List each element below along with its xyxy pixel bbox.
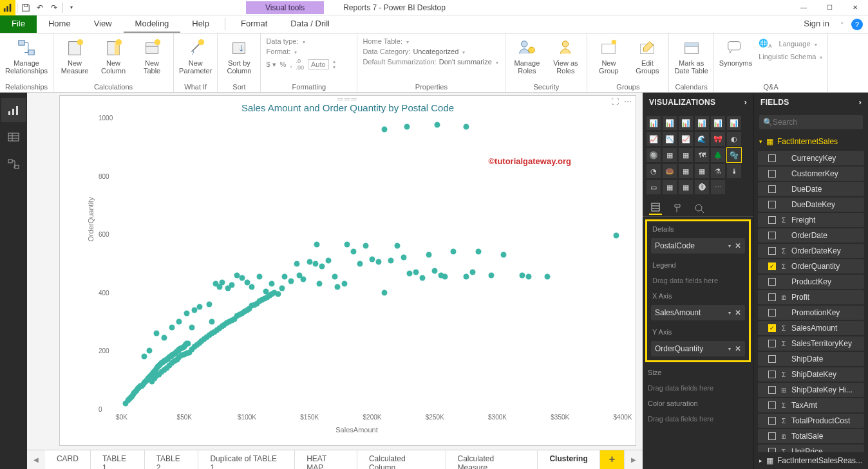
auto-decimals[interactable]: Auto [308, 59, 329, 69]
page-tab[interactable]: CARD [45, 450, 91, 469]
fields-search[interactable]: 🔍 [759, 115, 863, 129]
format-tab-icon[interactable] [671, 202, 684, 215]
data-point[interactable] [162, 335, 167, 341]
report-view-button[interactable] [1, 98, 26, 122]
scroll-left-icon[interactable]: ◀ [27, 450, 45, 469]
viz-type-icon[interactable]: ⋯ [711, 180, 725, 194]
field-row[interactable]: OrderDateKey [758, 244, 864, 258]
data-point[interactable] [279, 286, 285, 291]
data-point[interactable] [501, 252, 507, 257]
sign-in-link[interactable]: Sign in [797, 15, 836, 33]
analytics-tab-icon[interactable] [693, 202, 706, 215]
minimize-button[interactable]: — [791, 0, 816, 15]
data-point[interactable] [363, 243, 369, 249]
data-point[interactable] [332, 273, 337, 279]
data-point[interactable] [169, 325, 175, 331]
viz-type-icon[interactable]: 🍩 [663, 164, 677, 178]
data-point[interactable] [334, 284, 340, 290]
model-view-button[interactable] [1, 152, 26, 176]
viz-type-icon[interactable]: 📈 [679, 132, 693, 146]
data-point[interactable] [276, 291, 281, 297]
field-checkbox[interactable] [768, 201, 776, 208]
field-row[interactable]: ShipDate [758, 352, 864, 366]
data-point[interactable] [419, 275, 425, 281]
field-checkbox[interactable] [768, 355, 776, 363]
field-checkbox[interactable] [768, 309, 776, 317]
viz-type-icon[interactable]: ▭ [646, 180, 661, 194]
sort-by-column-button[interactable]: Sort by Column [223, 36, 255, 75]
tab-data-drill[interactable]: Data / Drill [279, 15, 341, 33]
data-point[interactable] [249, 284, 255, 290]
linguistic-schema-dropdown[interactable]: Linguistic Schema [759, 51, 822, 62]
field-row[interactable]: ⊞ShipDateKey Hi... [758, 383, 864, 397]
viz-type-icon[interactable]: 📈 [646, 132, 661, 146]
data-point[interactable] [325, 257, 331, 263]
details-field[interactable]: PostalCode▾✕ [651, 238, 745, 253]
data-point[interactable] [614, 233, 619, 239]
viz-type-icon[interactable]: ◐ [727, 132, 741, 146]
data-point[interactable] [154, 331, 160, 336]
page-tab[interactable]: Calculated Column [357, 450, 446, 469]
new-parameter-button[interactable]: ?New Parameter [179, 36, 212, 75]
remove-field-icon[interactable]: ✕ [735, 241, 741, 250]
data-point[interactable] [357, 261, 363, 266]
data-point[interactable] [382, 290, 388, 295]
percent-button[interactable]: % [280, 60, 287, 68]
scatter-visual[interactable]: ═══ ⛶ ⋯ Sales Amount and Order Quantity … [59, 95, 636, 446]
field-row[interactable]: OrderDate [758, 228, 864, 243]
data-point[interactable] [307, 259, 312, 265]
field-row[interactable]: Profit [758, 290, 864, 304]
data-type-dropdown[interactable]: Data type: [266, 36, 352, 46]
data-point[interactable] [463, 273, 469, 279]
new-measure-button[interactable]: New Measure [59, 36, 91, 75]
field-row[interactable]: ✓OrderQuantity [758, 259, 864, 273]
data-point[interactable] [375, 259, 381, 265]
data-point[interactable] [426, 252, 431, 257]
field-checkbox[interactable]: ✓ [768, 324, 776, 332]
tab-view[interactable]: View [82, 15, 124, 33]
data-point[interactable] [404, 124, 410, 129]
remove-field-icon[interactable]: ✕ [735, 344, 741, 353]
viz-type-icon[interactable]: ▦ [679, 180, 693, 194]
data-point[interactable] [463, 124, 469, 129]
field-checkbox[interactable] [768, 216, 776, 224]
currency-button[interactable]: $ ▾ [266, 60, 276, 69]
data-point[interactable] [401, 255, 406, 261]
search-input[interactable] [773, 118, 868, 127]
data-view-button[interactable] [1, 125, 26, 149]
viz-type-icon[interactable]: ▦ [695, 164, 709, 178]
page-tab[interactable]: Clustering [538, 450, 599, 469]
viz-type-icon[interactable]: 🌡 [727, 164, 741, 178]
data-point[interactable] [196, 304, 202, 310]
tab-help[interactable]: Help [180, 15, 221, 33]
mark-as-date-table-button[interactable]: Mark as Date Table [674, 36, 708, 75]
data-point[interactable] [432, 268, 438, 273]
data-point[interactable] [263, 288, 269, 294]
remove-field-icon[interactable]: ✕ [735, 308, 741, 317]
field-row[interactable]: PromotionKey [758, 306, 864, 320]
data-point[interactable] [176, 319, 182, 325]
page-tab[interactable]: TABLE 2 [145, 450, 199, 469]
data-point[interactable] [413, 270, 419, 275]
focus-mode-icon[interactable]: ⛶ [611, 97, 619, 106]
size-drop-zone[interactable]: Drag data fields here [643, 380, 753, 396]
synonyms-button[interactable]: Synonyms [719, 36, 752, 67]
viz-type-icon[interactable]: 🌲 [711, 148, 725, 162]
field-row[interactable]: CustomerKey [758, 167, 864, 181]
legend-drop-zone[interactable]: Drag data fields here [647, 273, 749, 288]
field-row[interactable]: SalesTerritoryKey [758, 336, 864, 351]
table-factinternetsalesreas[interactable]: ▸ ▦ FactInternetSalesReas... [754, 452, 868, 469]
field-checkbox[interactable] [768, 448, 776, 452]
viz-type-icon[interactable]: 📊 [695, 116, 709, 130]
data-point[interactable] [189, 325, 194, 331]
viz-type-icon[interactable]: ◔ [646, 164, 661, 178]
data-point[interactable] [142, 354, 147, 360]
manage-roles-button[interactable]: Manage Roles [511, 36, 543, 75]
data-point[interactable] [526, 273, 532, 279]
data-point[interactable] [269, 281, 275, 287]
field-checkbox[interactable] [768, 232, 776, 239]
viz-type-icon[interactable]: 🌊 [695, 132, 709, 146]
color-drop-zone[interactable]: Drag data fields here [643, 411, 753, 427]
viz-type-icon[interactable]: 🗺 [695, 148, 709, 162]
file-tab[interactable]: File [0, 15, 37, 33]
